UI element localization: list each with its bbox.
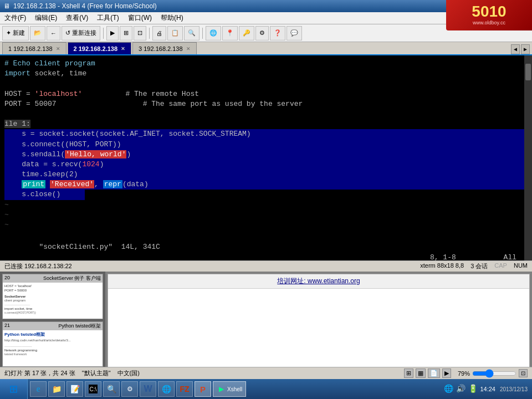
tray-sound: 🔊 xyxy=(456,384,466,394)
xshell-icon: ▶ xyxy=(217,385,226,393)
slide-counter: 幻灯片 第 17 张，共 24 张 xyxy=(4,369,75,377)
taskbar-cmd[interactable]: C:\ xyxy=(85,381,101,397)
chrome-icon: 🌐 xyxy=(162,385,171,393)
tab-1-close[interactable]: ✕ xyxy=(56,46,60,52)
start-button[interactable]: ⊞ xyxy=(0,379,28,399)
vim-file-info: "socketClient.py" 14L, 341C xyxy=(39,243,160,251)
taskbar-chrome[interactable]: 🌐 xyxy=(158,381,175,397)
clock-date: 2013/12/13 xyxy=(500,386,528,392)
zoom-level: 79% xyxy=(458,370,470,377)
terminal-scrollbar[interactable] xyxy=(524,55,532,260)
app-icon: 🖥 xyxy=(3,2,10,10)
tab-2[interactable]: 2 192.168.2.138 ✕ xyxy=(68,42,132,54)
tab-1[interactable]: 1 192.168.2.138 ✕ xyxy=(2,42,66,54)
code-line-tilde2: ~ xyxy=(4,210,528,220)
url-text: 培训网址: www.etiantian.org xyxy=(277,277,360,285)
code-sel-7: s.close() xyxy=(4,190,85,200)
code-line-2: import socket, time xyxy=(4,69,528,79)
status-bar: 已连接 192.168.2.138:22 xterm 88x18 8,8 3 会… xyxy=(0,260,532,272)
menu-view[interactable]: 查看(V) xyxy=(62,12,93,24)
back-button[interactable]: ← xyxy=(47,26,60,40)
code-line-5: PORT = 50007 # The same port as used by … xyxy=(4,99,528,109)
taskbar-powerpoint[interactable]: P xyxy=(195,381,211,397)
taskbar-search[interactable]: 🔍 xyxy=(103,381,120,397)
tab-3[interactable]: 3 192.168.2.138 ✕ xyxy=(132,42,197,54)
view-slide[interactable]: ▦ xyxy=(416,369,426,378)
code-line-6 xyxy=(4,109,528,119)
vim-statusline: "socketClient.py" 14L, 341C 8, 1-8 All xyxy=(4,232,528,260)
view-reading[interactable]: 📄 xyxy=(428,369,440,378)
tab-2-close[interactable]: ✕ xyxy=(121,46,125,52)
word-icon: W xyxy=(144,385,152,393)
new-button[interactable]: ✦ 新建 xyxy=(2,26,29,40)
view-normal[interactable]: ⊞ xyxy=(404,369,413,378)
toolbar-separator-1 xyxy=(103,28,104,39)
reconnect-icon: ↺ xyxy=(65,29,70,37)
reconnect-button[interactable]: ↺ 重新连接 xyxy=(62,26,100,40)
taskbar-explorer[interactable]: 📁 xyxy=(48,381,65,397)
new-icon: ✦ xyxy=(6,29,11,37)
menu-tools[interactable]: 工具(T) xyxy=(93,12,123,24)
taskbar-tray: 🌐 🔊 🔋 14:24 2013/12/13 xyxy=(439,384,532,394)
winmgr-icon: ⚙ xyxy=(125,385,134,393)
status-numlock: NUM xyxy=(514,262,528,270)
slide-main-content xyxy=(108,289,529,380)
watermark-logo: 5010 www.oldboy.cc xyxy=(446,0,532,30)
zoom-fit[interactable]: ⊡ xyxy=(519,369,528,377)
taskbar-word[interactable]: W xyxy=(140,381,156,397)
terminal[interactable]: # Echo client program import socket, tim… xyxy=(0,55,532,260)
zoom-slider[interactable] xyxy=(472,370,516,377)
title-bar-left: 🖥 192.168.2.138 - Xshell 4 (Free for Hom… xyxy=(3,2,157,10)
toolbar-btn-9[interactable]: ⚙ xyxy=(255,26,269,40)
menu-file[interactable]: 文件(F) xyxy=(0,12,30,24)
toolbar-btn-2[interactable]: ⊞ xyxy=(120,26,132,40)
toolbar-btn-5[interactable]: 🔍 xyxy=(184,26,200,40)
menu-edit[interactable]: 编辑(E) xyxy=(30,12,62,24)
terminal-content: # Echo client program import socket, tim… xyxy=(4,59,528,260)
slide-thumb-21[interactable]: 21 Python twisted框架 Python twisted框架 htt… xyxy=(2,321,103,367)
toolbar-separator-3 xyxy=(202,28,203,39)
taskbar-filezilla[interactable]: FZ xyxy=(176,381,193,397)
code-line-3 xyxy=(4,79,528,89)
tab-1-label: 1 192.168.2.138 xyxy=(8,45,53,52)
toolbar-btn-7[interactable]: 📍 xyxy=(222,26,238,40)
view-slideshow[interactable]: ▶ xyxy=(442,369,451,378)
toolbar-btn-6[interactable]: 🌐 xyxy=(206,26,221,40)
status-connection: 已连接 192.168.2.138:22 xyxy=(4,262,72,270)
open-button[interactable]: 📂 xyxy=(30,26,45,40)
status-sessions: 3 会话 xyxy=(470,262,488,270)
slide-thumb-20[interactable]: 20 SocketServer 例子 客户端 HOST = 'localhost… xyxy=(2,274,103,319)
notepad-icon: 📝 xyxy=(70,385,79,393)
toolbar-btn-8[interactable]: 🔑 xyxy=(239,26,254,40)
print-button[interactable]: 🖨 xyxy=(152,26,166,40)
tray-battery: 🔋 xyxy=(468,384,478,394)
menu-window[interactable]: 窗口(W) xyxy=(124,12,156,24)
status-capslock: CAP xyxy=(494,262,507,270)
toolbar-btn-11[interactable]: 💬 xyxy=(287,26,302,40)
code-sel-1: s = socket.socket(socket.AF_INET, socket… xyxy=(4,129,528,139)
status-right: xterm 88x18 8,8 3 会话 CAP NUM xyxy=(420,262,528,270)
slide-thumb-20-header: 20 SocketServer 例子 客户端 xyxy=(3,274,103,283)
code-sel-2: s.connect((HOST, PORT)) xyxy=(4,140,528,150)
tab-prev[interactable]: ◀ xyxy=(511,44,520,54)
toolbar-btn-4[interactable]: 📋 xyxy=(167,26,183,40)
slide-21-title: Python twisted框架 xyxy=(58,323,101,330)
code-line-tilde1: ~ xyxy=(4,200,528,210)
menu-help[interactable]: 帮助(H) xyxy=(156,12,188,24)
tab-next[interactable]: ▶ xyxy=(521,44,530,54)
slide-20-num: 20 xyxy=(4,275,10,282)
toolbar-btn-1[interactable]: ▶ xyxy=(106,26,119,40)
tab-3-close[interactable]: ✕ xyxy=(186,46,191,52)
toolbar-btn-10[interactable]: ❓ xyxy=(270,26,285,40)
explorer-icon: 📁 xyxy=(52,385,61,393)
ppt-statusbar: 幻灯片 第 17 张，共 24 张 "默认主题" 中文(国) ⊞ ▦ 📄 ▶ 7… xyxy=(0,367,532,379)
language: 中文(国) xyxy=(117,369,140,377)
taskbar-winmgr[interactable]: ⚙ xyxy=(121,381,138,397)
toolbar-btn-3[interactable]: ⊡ xyxy=(134,26,146,40)
scroll-thumb[interactable] xyxy=(525,64,531,80)
cmd-icon: C:\ xyxy=(89,385,98,393)
taskbar-notepad[interactable]: 📝 xyxy=(66,381,83,397)
taskbar-xshell[interactable]: ▶ Xshell xyxy=(213,381,246,397)
taskbar-ie[interactable]: e xyxy=(30,381,47,397)
slide-thumb-20-content: HOST = 'localhost' PORT = 50000 SocketSe… xyxy=(3,283,103,319)
